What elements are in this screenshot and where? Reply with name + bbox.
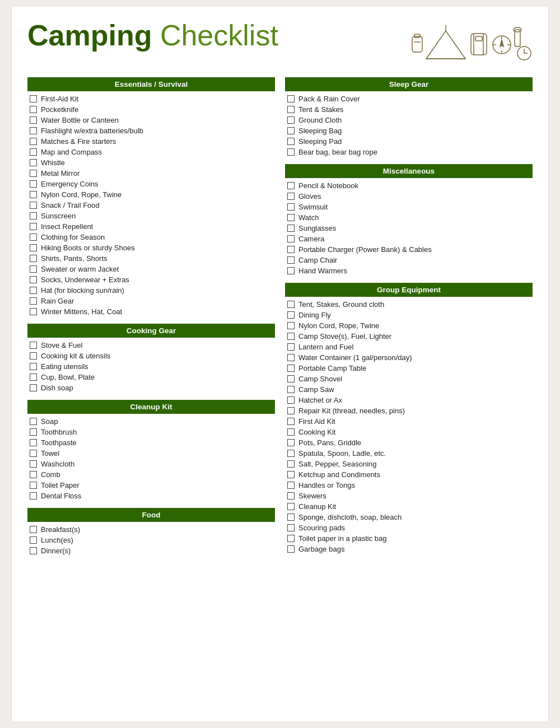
checkbox[interactable]: [30, 492, 37, 500]
list-item[interactable]: Camp Stove(s), Fuel, Lighter: [285, 331, 533, 342]
checkbox[interactable]: [30, 202, 37, 209]
list-item[interactable]: Cup, Bowl, Plate: [27, 372, 275, 382]
checkbox[interactable]: [30, 526, 37, 533]
checkbox[interactable]: [30, 482, 37, 489]
list-item[interactable]: Skewers: [285, 491, 533, 501]
checkbox[interactable]: [30, 95, 37, 102]
checkbox[interactable]: [30, 297, 37, 305]
list-item[interactable]: Ketchup and Condiments: [285, 469, 533, 480]
checkbox[interactable]: [287, 95, 295, 102]
list-item[interactable]: Sweater or warm Jacket: [27, 264, 275, 274]
checkbox[interactable]: [287, 535, 295, 542]
list-item[interactable]: Flashlight w/extra batteries/bulb: [27, 125, 275, 136]
checkbox[interactable]: [287, 450, 295, 457]
list-item[interactable]: Lantern and Fuel: [285, 342, 533, 352]
checkbox[interactable]: [30, 439, 37, 446]
list-item[interactable]: Snack / Trail Food: [27, 200, 275, 211]
checkbox[interactable]: [287, 407, 295, 414]
checkbox[interactable]: [287, 524, 295, 531]
list-item[interactable]: Garbage bags: [285, 544, 533, 554]
checkbox[interactable]: [287, 116, 295, 124]
checkbox[interactable]: [287, 214, 295, 221]
list-item[interactable]: Socks, Underwear + Extras: [27, 274, 275, 285]
list-item[interactable]: Toothbrush: [27, 427, 275, 437]
list-item[interactable]: Handles or Tongs: [285, 480, 533, 491]
list-item[interactable]: Cooking kit & utensils: [27, 351, 275, 361]
list-item[interactable]: Sponge, dishcloth, soap, bleach: [285, 512, 533, 522]
checkbox[interactable]: [287, 514, 295, 521]
checkbox[interactable]: [30, 450, 37, 457]
list-item[interactable]: Portable Camp Table: [285, 363, 533, 374]
list-item[interactable]: Stove & Fuel: [27, 340, 275, 351]
checkbox[interactable]: [287, 322, 295, 329]
list-item[interactable]: Pocketknife: [27, 104, 275, 115]
checkbox[interactable]: [30, 244, 37, 251]
checkbox[interactable]: [287, 503, 295, 510]
checkbox[interactable]: [287, 127, 295, 134]
list-item[interactable]: Dental Floss: [27, 491, 275, 501]
checkbox[interactable]: [30, 363, 37, 370]
list-item[interactable]: Clothing for Season: [27, 232, 275, 242]
checkbox[interactable]: [287, 148, 295, 156]
list-item[interactable]: Insect Repellent: [27, 221, 275, 232]
list-item[interactable]: Dining Fly: [285, 310, 533, 320]
checkbox[interactable]: [287, 545, 295, 553]
list-item[interactable]: Swimsuit: [285, 202, 533, 212]
list-item[interactable]: Repair Kit (thread, needles, pins): [285, 405, 533, 416]
list-item[interactable]: Watch: [285, 212, 533, 223]
checkbox[interactable]: [30, 106, 37, 113]
list-item[interactable]: Map and Compass: [27, 147, 275, 157]
list-item[interactable]: Salt, Pepper, Seasoning: [285, 459, 533, 469]
checkbox[interactable]: [287, 225, 295, 232]
checkbox[interactable]: [30, 471, 37, 478]
list-item[interactable]: Spatula, Spoon, Ladle, etc.: [285, 448, 533, 459]
checkbox[interactable]: [287, 235, 295, 242]
checkbox[interactable]: [30, 428, 37, 436]
list-item[interactable]: Pots, Pans, Griddle: [285, 437, 533, 448]
list-item[interactable]: Whistle: [27, 157, 275, 168]
checkbox[interactable]: [287, 365, 295, 372]
checkbox[interactable]: [287, 246, 295, 253]
list-item[interactable]: First Aid Kit: [285, 416, 533, 427]
checkbox[interactable]: [30, 265, 37, 273]
checkbox[interactable]: [30, 460, 37, 468]
checkbox[interactable]: [30, 180, 37, 188]
checkbox[interactable]: [287, 343, 295, 351]
list-item[interactable]: Towel: [27, 448, 275, 459]
list-item[interactable]: Dinner(s): [27, 545, 275, 556]
checkbox[interactable]: [30, 374, 37, 381]
checkbox[interactable]: [287, 182, 295, 189]
checkbox[interactable]: [30, 418, 37, 425]
checkbox[interactable]: [287, 428, 295, 436]
checkbox[interactable]: [287, 460, 295, 468]
checkbox[interactable]: [287, 333, 295, 340]
checkbox[interactable]: [287, 418, 295, 425]
list-item[interactable]: Camera: [285, 234, 533, 244]
list-item[interactable]: Lunch(es): [27, 535, 275, 545]
list-item[interactable]: Bear bag, bear bag rope: [285, 147, 533, 157]
list-item[interactable]: Winter Mittens, Hat, Coat: [27, 306, 275, 317]
checkbox[interactable]: [287, 354, 295, 361]
checkbox[interactable]: [287, 386, 295, 393]
list-item[interactable]: Matches & Fire starters: [27, 136, 275, 147]
list-item[interactable]: Sunscreen: [27, 211, 275, 221]
checkbox[interactable]: [30, 159, 37, 166]
list-item[interactable]: Eating utensils: [27, 361, 275, 372]
list-item[interactable]: Water Bottle or Canteen: [27, 115, 275, 125]
checkbox[interactable]: [30, 342, 37, 349]
checkbox[interactable]: [30, 536, 37, 544]
checkbox[interactable]: [287, 492, 295, 500]
checkbox[interactable]: [287, 482, 295, 489]
list-item[interactable]: Washcloth: [27, 459, 275, 469]
list-item[interactable]: Pencil & Notebook: [285, 180, 533, 191]
checkbox[interactable]: [287, 471, 295, 478]
list-item[interactable]: Sleeping Bag: [285, 125, 533, 136]
list-item[interactable]: Scouring pads: [285, 522, 533, 533]
list-item[interactable]: Shirts, Pants, Shorts: [27, 253, 275, 264]
list-item[interactable]: Nylon Cord, Rope, Twine: [27, 189, 275, 200]
checkbox[interactable]: [287, 396, 295, 404]
checkbox[interactable]: [30, 212, 37, 220]
list-item[interactable]: Comb: [27, 469, 275, 480]
checkbox[interactable]: [30, 287, 37, 294]
list-item[interactable]: Toilet Paper: [27, 480, 275, 491]
